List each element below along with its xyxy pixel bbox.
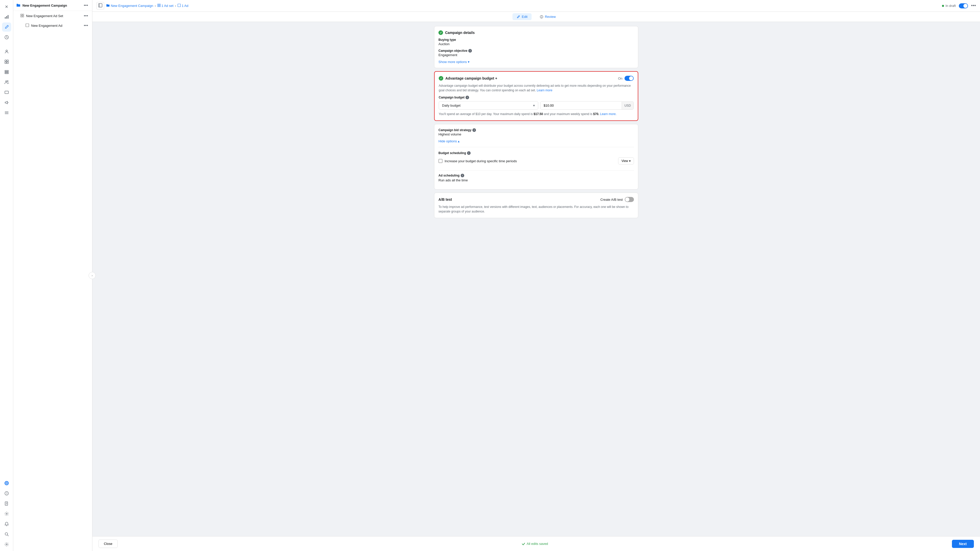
settings-icon[interactable]: [2, 509, 11, 518]
action-bar: Edit Review: [92, 12, 980, 22]
draft-label: In draft: [945, 4, 956, 8]
more-options-button[interactable]: •••: [971, 3, 976, 8]
breadcrumb-campaign-icon: [106, 3, 110, 8]
breadcrumb-ad[interactable]: 1 Ad: [178, 4, 188, 8]
help-icon[interactable]: ?: [2, 489, 11, 498]
budget-input-row: Daily budget ▾ USD: [439, 101, 634, 110]
budget-description: Advantage campaign budget will distribut…: [439, 83, 634, 93]
adset-tree-item[interactable]: New Engagement Ad Set •••: [13, 11, 92, 21]
menu-icon[interactable]: [2, 108, 11, 118]
ad-icon: [25, 24, 29, 28]
campaign-panel-header: New Engagement Campaign •••: [13, 0, 92, 11]
check-icon: [522, 542, 525, 546]
scheduling-view-button[interactable]: View ▾: [618, 157, 634, 165]
budget-scheduling-section: Budget scheduling i Increase your budget…: [438, 151, 634, 165]
svg-rect-39: [158, 6, 159, 7]
chevron-down-icon: ▾: [468, 60, 469, 64]
review-button[interactable]: Review: [536, 13, 560, 20]
ad-scheduling-field: Ad scheduling i Run ads all the time: [438, 174, 634, 182]
top-bar: New Engagement Campaign › 1 Ad set › 1 A…: [92, 0, 980, 12]
bell-icon[interactable]: [2, 519, 11, 529]
draft-dot: [942, 5, 944, 7]
ab-test-card: A/B test Create A/B test To help improve…: [434, 192, 638, 218]
budget-note-learn-more[interactable]: Learn more.: [600, 112, 617, 116]
svg-point-18: [5, 481, 8, 485]
pencil-icon[interactable]: [2, 22, 11, 32]
review-label: Review: [545, 15, 556, 19]
doc-icon[interactable]: [2, 499, 11, 508]
close-icon[interactable]: ✕: [2, 2, 11, 11]
scheduling-checkbox[interactable]: [438, 159, 442, 163]
saved-status: All edits saved: [522, 542, 548, 546]
breadcrumb-adset[interactable]: 1 Ad set: [158, 4, 173, 8]
chevron-down-icon: ▾: [629, 159, 631, 163]
ab-test-toggle[interactable]: [625, 197, 634, 202]
svg-rect-35: [99, 3, 102, 7]
budget-type-select[interactable]: Daily budget ▾: [439, 101, 538, 110]
svg-point-29: [6, 544, 7, 545]
hide-options-link[interactable]: Hide options ▴: [438, 139, 634, 143]
person-icon[interactable]: [2, 47, 11, 56]
breadcrumb-ad-label: 1 Ad: [182, 4, 188, 8]
svg-text:?: ?: [6, 492, 7, 495]
bid-strategy-info-icon[interactable]: i: [473, 128, 476, 132]
svg-rect-37: [158, 4, 159, 5]
budget-toggle[interactable]: [625, 76, 634, 81]
budget-header-right: On: [618, 76, 634, 81]
bottom-bar: Close All edits saved Next: [92, 536, 980, 551]
svg-rect-0: [5, 17, 6, 19]
gear-icon[interactable]: [2, 540, 11, 549]
budget-toggle-label: On: [618, 76, 622, 80]
advantage-budget-card: ✓ Advantage campaign budget + On Advanta…: [434, 71, 638, 121]
svg-point-12: [5, 81, 6, 82]
close-button[interactable]: Close: [99, 540, 118, 548]
svg-rect-31: [22, 14, 24, 15]
create-ab-label: Create A/B test: [600, 198, 623, 202]
svg-rect-7: [5, 62, 6, 64]
stack-icon[interactable]: [2, 88, 11, 97]
chevron-down-icon: ▾: [533, 103, 535, 107]
chevron-up-icon: ▴: [458, 139, 460, 143]
budget-amount-wrap: USD: [540, 101, 634, 110]
breadcrumb-ad-icon: [178, 4, 181, 8]
show-more-options-link[interactable]: Show more options ▾: [438, 60, 634, 64]
layers-icon[interactable]: [2, 67, 11, 76]
svg-point-26: [6, 513, 7, 514]
budget-check-icon: ✓: [439, 76, 443, 81]
budget-amount-input[interactable]: [541, 102, 622, 110]
budget-type-value: Daily budget: [442, 103, 460, 107]
top-bar-right: In draft •••: [942, 3, 976, 8]
sidebar-toggle-button[interactable]: [97, 2, 104, 10]
edit-button[interactable]: Edit: [512, 13, 531, 20]
breadcrumb-campaign[interactable]: New Engagement Campaign: [106, 3, 153, 8]
svg-rect-9: [5, 70, 8, 71]
people-icon[interactable]: [2, 78, 11, 87]
ab-header: A/B test Create A/B test: [438, 197, 634, 202]
scheduling-row: Increase your budget during specific tim…: [438, 157, 634, 165]
scheduling-info-icon[interactable]: i: [467, 151, 471, 155]
bid-strategy-field: Campaign bid strategy i Highest volume: [438, 128, 634, 136]
search-icon[interactable]: [2, 530, 11, 539]
campaign-options-button[interactable]: •••: [83, 3, 89, 8]
adset-label: New Engagement Ad Set: [26, 14, 63, 18]
grid-icon[interactable]: [2, 57, 11, 66]
panel-toggle-button[interactable]: ›: [89, 272, 96, 279]
campaign-toggle[interactable]: [959, 3, 968, 8]
budget-learn-more-link[interactable]: Learn more: [537, 89, 552, 92]
objective-info-icon[interactable]: i: [468, 49, 472, 52]
ad-scheduling-info-icon[interactable]: i: [461, 174, 464, 177]
budget-card-header: ✓ Advantage campaign budget + On: [439, 76, 634, 81]
breadcrumb: New Engagement Campaign › 1 Ad set › 1 A…: [106, 3, 188, 8]
budget-info-icon[interactable]: i: [466, 96, 469, 99]
breadcrumb-campaign-label: New Engagement Campaign: [111, 4, 153, 8]
svg-rect-2: [8, 15, 8, 19]
analytics-icon[interactable]: [2, 12, 11, 21]
history-icon[interactable]: [2, 33, 11, 42]
megaphone-icon[interactable]: [2, 98, 11, 107]
circle-icon[interactable]: [2, 478, 11, 488]
sidebar: ✕ ?: [0, 0, 13, 551]
next-button[interactable]: Next: [952, 540, 974, 548]
ad-tree-item[interactable]: New Engagement Ad •••: [13, 21, 92, 30]
adset-options-button[interactable]: •••: [83, 13, 89, 19]
ad-options-button[interactable]: •••: [83, 23, 89, 28]
